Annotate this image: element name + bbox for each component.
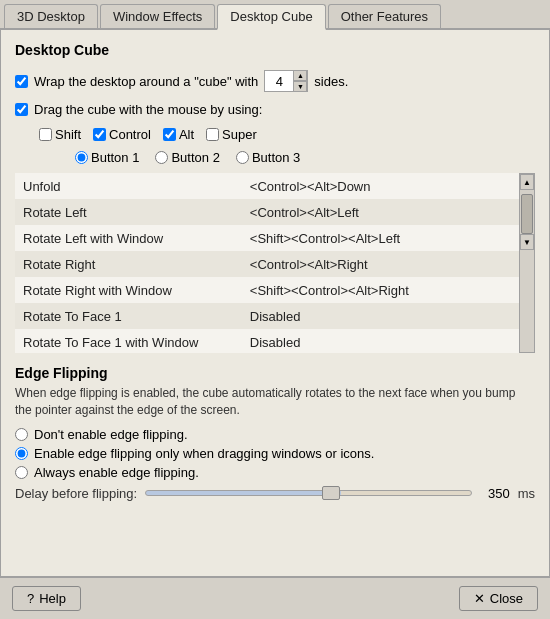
- table-scrollbar[interactable]: ▲ ▼: [519, 173, 535, 353]
- table-row[interactable]: Unfold<Control><Alt>Down: [15, 173, 519, 199]
- btn2-label: Button 2: [171, 150, 219, 165]
- shortcut-cell: <Control><Alt>Right: [242, 251, 519, 277]
- help-icon: ?: [27, 591, 34, 606]
- control-checkbox[interactable]: [93, 128, 106, 141]
- delay-value: 350: [480, 486, 510, 501]
- drag-checkbox[interactable]: [15, 103, 28, 116]
- mouse-btn1[interactable]: Button 1: [75, 150, 139, 165]
- tab-3d-desktop[interactable]: 3D Desktop: [4, 4, 98, 28]
- shortcut-cell: <Shift><Control><Alt>Right: [242, 277, 519, 303]
- wrap-label-suffix: sides.: [314, 74, 348, 89]
- mouse-buttons-row: Button 1 Button 2 Button 3: [75, 150, 535, 165]
- scrollbar-thumb[interactable]: [521, 194, 533, 234]
- no-flip-row: Don't enable edge flipping.: [15, 427, 535, 442]
- sides-input[interactable]: 4: [265, 74, 293, 89]
- btn3-radio[interactable]: [236, 151, 249, 164]
- close-icon: ✕: [474, 591, 485, 606]
- shortcut-cell: <Shift><Control><Alt>Left: [242, 225, 519, 251]
- btn2-radio[interactable]: [155, 151, 168, 164]
- action-cell: Unfold: [15, 173, 242, 199]
- shortcuts-table: Unfold<Control><Alt>DownRotate Left<Cont…: [15, 173, 519, 353]
- wrap-checkbox-row: Wrap the desktop around a "cube" with 4 …: [15, 70, 535, 92]
- btn3-label: Button 3: [252, 150, 300, 165]
- tab-window-effects[interactable]: Window Effects: [100, 4, 215, 28]
- modifier-alt[interactable]: Alt: [163, 127, 194, 142]
- edge-flipping-section: Edge Flipping When edge flipping is enab…: [15, 365, 535, 501]
- table-row[interactable]: Rotate Right with Window<Shift><Control>…: [15, 277, 519, 303]
- sides-spinbox[interactable]: 4 ▲ ▼: [264, 70, 308, 92]
- wrap-label-prefix: Wrap the desktop around a "cube" with: [34, 74, 258, 89]
- spinbox-up[interactable]: ▲: [293, 70, 307, 81]
- help-button[interactable]: ? Help: [12, 586, 81, 611]
- btn1-radio[interactable]: [75, 151, 88, 164]
- delay-slider-track[interactable]: [145, 490, 472, 496]
- super-label: Super: [222, 127, 257, 142]
- modifier-super[interactable]: Super: [206, 127, 257, 142]
- tab-bar: 3D Desktop Window Effects Desktop Cube O…: [0, 0, 550, 30]
- action-cell: Rotate To Face 1: [15, 303, 242, 329]
- spinbox-buttons: ▲ ▼: [293, 70, 307, 92]
- modifier-control[interactable]: Control: [93, 127, 151, 142]
- no-flip-label: Don't enable edge flipping.: [34, 427, 188, 442]
- modifier-shift[interactable]: Shift: [39, 127, 81, 142]
- drag-flip-label: Enable edge flipping only when dragging …: [34, 446, 374, 461]
- shortcut-cell: <Control><Alt>Down: [242, 173, 519, 199]
- action-cell: Rotate Left with Window: [15, 225, 242, 251]
- drag-label: Drag the cube with the mouse by using:: [34, 102, 262, 117]
- shortcuts-table-inner: Unfold<Control><Alt>DownRotate Left<Cont…: [15, 173, 519, 353]
- edge-flipping-description: When edge flipping is enabled, the cube …: [15, 385, 535, 419]
- delay-slider-thumb[interactable]: [322, 486, 340, 500]
- tab-other-features[interactable]: Other Features: [328, 4, 441, 28]
- tab-desktop-cube[interactable]: Desktop Cube: [217, 4, 325, 30]
- shortcut-cell: Disabled: [242, 303, 519, 329]
- super-checkbox[interactable]: [206, 128, 219, 141]
- no-flip-radio[interactable]: [15, 428, 28, 441]
- btn1-label: Button 1: [91, 150, 139, 165]
- alt-label: Alt: [179, 127, 194, 142]
- spinbox-down[interactable]: ▼: [293, 81, 307, 92]
- shortcut-cell: <Control><Alt>Left: [242, 199, 519, 225]
- shift-label: Shift: [55, 127, 81, 142]
- button-bar: ? Help ✕ Close: [0, 577, 550, 619]
- delay-row: Delay before flipping: 350 ms: [15, 486, 535, 501]
- scrollbar-up-btn[interactable]: ▲: [520, 174, 534, 190]
- mouse-btn2[interactable]: Button 2: [155, 150, 219, 165]
- table-row[interactable]: Rotate To Face 1Disabled: [15, 303, 519, 329]
- table-row[interactable]: Rotate To Face 1 with WindowDisabled: [15, 329, 519, 353]
- main-content: Desktop Cube Wrap the desktop around a "…: [0, 30, 550, 577]
- drag-flip-row: Enable edge flipping only when dragging …: [15, 446, 535, 461]
- alt-checkbox[interactable]: [163, 128, 176, 141]
- close-button[interactable]: ✕ Close: [459, 586, 538, 611]
- drag-checkbox-row: Drag the cube with the mouse by using:: [15, 102, 535, 117]
- drag-flip-radio[interactable]: [15, 447, 28, 460]
- shortcuts-table-wrapper: Unfold<Control><Alt>DownRotate Left<Cont…: [15, 173, 535, 353]
- action-cell: Rotate To Face 1 with Window: [15, 329, 242, 353]
- delay-unit: ms: [518, 486, 535, 501]
- shortcut-cell: Disabled: [242, 329, 519, 353]
- table-row[interactable]: Rotate Left<Control><Alt>Left: [15, 199, 519, 225]
- wrap-checkbox[interactable]: [15, 75, 28, 88]
- action-cell: Rotate Right: [15, 251, 242, 277]
- action-cell: Rotate Left: [15, 199, 242, 225]
- delay-label: Delay before flipping:: [15, 486, 137, 501]
- always-flip-row: Always enable edge flipping.: [15, 465, 535, 480]
- edge-flipping-title: Edge Flipping: [15, 365, 535, 381]
- action-cell: Rotate Right with Window: [15, 277, 242, 303]
- help-label: Help: [39, 591, 66, 606]
- scrollbar-down-btn[interactable]: ▼: [520, 234, 534, 250]
- table-row[interactable]: Rotate Right<Control><Alt>Right: [15, 251, 519, 277]
- shift-checkbox[interactable]: [39, 128, 52, 141]
- table-row[interactable]: Rotate Left with Window<Shift><Control><…: [15, 225, 519, 251]
- section-title: Desktop Cube: [15, 42, 535, 58]
- modifiers-row: Shift Control Alt Super: [39, 127, 535, 142]
- control-label: Control: [109, 127, 151, 142]
- always-flip-radio[interactable]: [15, 466, 28, 479]
- close-label: Close: [490, 591, 523, 606]
- mouse-btn3[interactable]: Button 3: [236, 150, 300, 165]
- always-flip-label: Always enable edge flipping.: [34, 465, 199, 480]
